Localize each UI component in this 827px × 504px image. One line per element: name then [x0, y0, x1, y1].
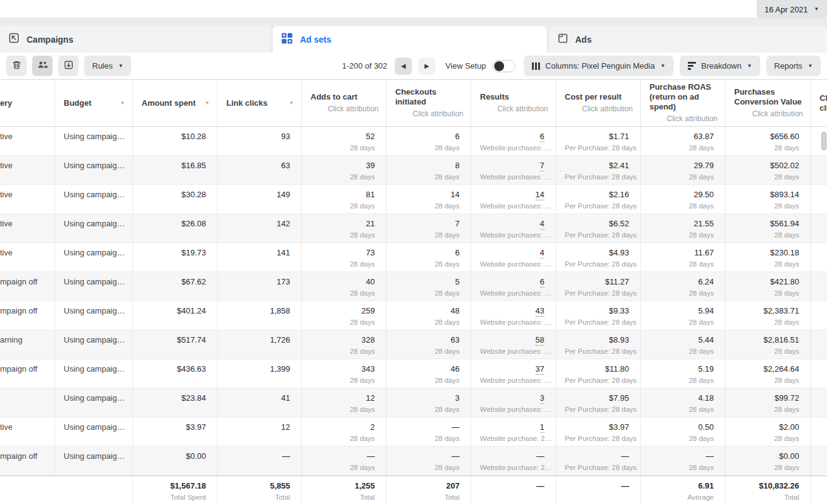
reports-button[interactable]: Reports ▼ — [766, 56, 821, 76]
results-value-link[interactable]: 6 — [540, 132, 544, 142]
cell-adds-to-cart: 228 days — [301, 417, 386, 446]
tab-campaigns[interactable]: Campaigns — [0, 26, 270, 53]
cell-cpc — [810, 388, 827, 417]
date-range-label: 16 Apr 2021 — [765, 5, 808, 14]
column-header-cpc[interactable]: CPC (cost per link click) — [810, 80, 827, 126]
table-row[interactable]: mpaign off Using campaig… $67.62 173 402… — [0, 272, 827, 301]
arrow-right-icon: ▶ — [424, 62, 429, 69]
results-value-link[interactable]: 43 — [536, 306, 544, 317]
column-header-checkouts-initiated[interactable]: Checkouts initiated Click attribution — [386, 80, 471, 126]
rules-button[interactable]: Rules ▼ — [84, 56, 131, 76]
toolbar-right: 1-200 of 302 ◀ ▶ View Setup Columns: Pix… — [342, 56, 821, 76]
cell-checkouts-initiated: 628 days — [386, 127, 471, 156]
attribution-label: Click attribution — [311, 104, 379, 114]
cell-purchase-roas: 29.5028 days — [640, 185, 725, 214]
export-button[interactable] — [58, 56, 79, 76]
breakdown-label: Breakdown — [701, 61, 742, 70]
table-row[interactable]: Using campaig… $23.84 41 1228 days 328 d… — [0, 388, 827, 417]
results-value-link[interactable]: — — [536, 451, 544, 461]
date-range-button[interactable]: 16 Apr 2021 ▼ — [756, 0, 827, 19]
cell-cpc — [810, 330, 827, 359]
cell-purchase-roas: —28 days — [640, 446, 725, 476]
cell-cost-per-result: $3.97Per Purchase: 28 days — [555, 417, 640, 446]
column-header-cost-per-result[interactable]: Cost per result Click attribution — [555, 80, 640, 126]
tab-ads-label: Ads — [575, 35, 591, 45]
table-body: tive Using campaig… $10.28 93 5228 days … — [0, 127, 827, 476]
cell-delivery: tive — [0, 185, 54, 214]
tab-strip: Campaigns Ad sets — [0, 17, 827, 53]
table-row[interactable]: mpaign off Using campaig… $436.63 1,399 … — [0, 359, 827, 388]
cell-adds-to-cart: 25928 days — [301, 301, 386, 330]
cell-link-clicks: 1,858 — [217, 301, 301, 330]
pagination-count: 1-200 of 302 — [342, 61, 387, 70]
cell-amount-spent: $19.73 — [132, 243, 217, 272]
cell-purchase-roas: 29.7928 days — [640, 156, 725, 185]
results-value-link[interactable]: 58 — [536, 335, 544, 346]
cell-checkouts-initiated: —28 days — [386, 417, 471, 446]
cell-delivery: mpaign off — [0, 359, 54, 388]
previous-page-button[interactable]: ◀ — [395, 58, 412, 75]
totals-checkouts-initiated: 207Total — [386, 476, 471, 504]
cell-link-clicks: 1,399 — [217, 359, 301, 388]
table-row[interactable]: tive Using campaig… $30.28 149 8128 days… — [0, 185, 827, 214]
column-header-link-clicks[interactable]: Link clicks ▼ — [217, 80, 301, 126]
column-header-results[interactable]: Results Click attribution — [471, 80, 555, 126]
cell-delivery: tive — [0, 214, 54, 243]
column-header-amount-spent[interactable]: Amount spent ▼ — [132, 80, 217, 126]
results-value-link[interactable]: 6 — [540, 277, 544, 288]
cell-budget: Using campaig… — [54, 446, 132, 476]
export-icon — [64, 60, 74, 72]
campaigns-icon — [9, 33, 19, 46]
results-value-link[interactable]: 1 — [540, 422, 544, 433]
next-page-button[interactable]: ▶ — [418, 58, 435, 75]
table-row[interactable]: tive Using campaig… $10.28 93 5228 days … — [0, 127, 827, 156]
table-row[interactable]: tive Using campaig… $19.73 141 7328 days… — [0, 243, 827, 272]
cell-checkouts-initiated: 4628 days — [386, 359, 471, 388]
cell-purchases-conversion-value: $2,264.6428 days — [725, 359, 810, 388]
cell-purchases-conversion-value: $656.6028 days — [725, 127, 810, 156]
table-row[interactable]: arning Using campaig… $517.74 1,726 3282… — [0, 330, 827, 359]
table-row[interactable]: mpaign off Using campaig… $401.24 1,858 … — [0, 301, 827, 330]
totals-purchases-conversion-value: $10,832.26Total — [725, 476, 810, 504]
delete-button[interactable] — [6, 56, 27, 76]
table-row[interactable]: tive Using campaig… $26.08 142 2128 days… — [0, 214, 827, 243]
column-header-purchases-conversion-value[interactable]: Purchases Conversion Value Click attribu… — [725, 80, 810, 126]
column-header-adds-to-cart[interactable]: Adds to cart Click attribution — [301, 80, 386, 126]
tab-ad-sets[interactable]: Ad sets — [273, 26, 547, 53]
view-setup-toggle[interactable] — [492, 60, 515, 72]
results-value-link[interactable]: 4 — [540, 219, 544, 229]
results-value-link[interactable]: 14 — [536, 190, 544, 200]
cell-purchases-conversion-value: $99.7228 days — [725, 388, 810, 417]
cell-link-clicks: 63 — [217, 156, 301, 185]
cell-checkouts-initiated: 328 days — [386, 388, 471, 417]
table-row[interactable]: tive Using campaig… $16.85 63 3928 days … — [0, 156, 827, 185]
cell-amount-spent: $26.08 — [132, 214, 217, 243]
results-value-link[interactable]: 7 — [540, 161, 544, 171]
table-row[interactable]: mpaign off Using campaig… $0.00 — —28 da… — [0, 446, 827, 476]
cell-checkouts-initiated: 628 days — [386, 243, 471, 272]
cell-results: 14 Website purchases: … — [471, 185, 555, 214]
cell-budget: Using campaig… — [54, 214, 132, 243]
cell-results: 6 Website purchases: … — [471, 272, 555, 301]
cell-adds-to-cart: 2128 days — [301, 214, 386, 243]
cell-amount-spent: $0.00 — [132, 446, 217, 476]
column-header-purchase-roas[interactable]: Purchase ROAS (return on ad spend) Click… — [640, 80, 725, 126]
column-header-budget[interactable]: Budget ▼ — [54, 80, 132, 126]
duplicate-button[interactable] — [32, 56, 53, 76]
results-value-link[interactable]: 37 — [536, 364, 544, 375]
columns-button[interactable]: Columns: Pixel Penguin Media ▼ — [524, 56, 674, 76]
results-value-link[interactable]: 4 — [540, 248, 544, 258]
table-row[interactable]: tive Using campaig… $3.97 12 228 days —2… — [0, 417, 827, 446]
breakdown-button[interactable]: Breakdown ▼ — [680, 56, 760, 76]
results-value-link[interactable]: 3 — [540, 393, 544, 404]
chevron-down-icon: ▼ — [808, 64, 813, 69]
cell-delivery: tive — [0, 156, 54, 185]
cell-cost-per-result: $8.93Per Purchase: 28 days — [555, 330, 640, 359]
cell-cpc — [810, 359, 827, 388]
tab-ads[interactable]: Ads — [549, 26, 827, 53]
column-header-delivery[interactable]: ery — [0, 80, 54, 126]
vertical-scrollbar-thumb[interactable] — [821, 132, 826, 150]
cell-link-clicks: 12 — [217, 417, 301, 446]
rules-label: Rules — [92, 61, 113, 70]
cell-purchases-conversion-value: $2,383.7128 days — [725, 301, 810, 330]
